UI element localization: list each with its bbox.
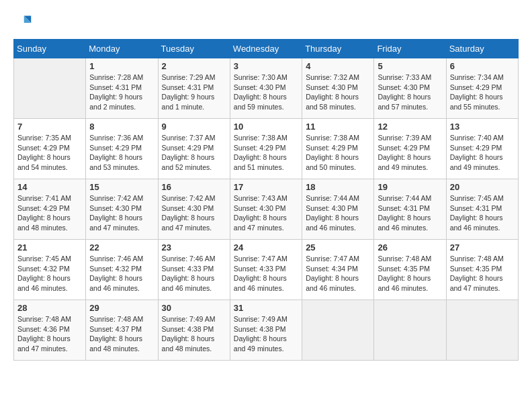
day-number: 19: [378, 182, 442, 192]
day-number: 22: [89, 242, 154, 253]
day-sun-info: Sunrise: 7:49 AMSunset: 4:38 PMDaylight:…: [162, 314, 226, 354]
day-number: 14: [17, 182, 82, 192]
calendar-cell: 13Sunrise: 7:40 AMSunset: 4:29 PMDayligh…: [446, 119, 518, 179]
day-of-week-header: Friday: [374, 40, 446, 58]
day-number: 21: [17, 242, 82, 253]
page-header: [13, 13, 519, 32]
day-sun-info: Sunrise: 7:41 AMSunset: 4:29 PMDaylight:…: [17, 193, 82, 233]
day-sun-info: Sunrise: 7:45 AMSunset: 4:32 PMDaylight:…: [17, 254, 82, 293]
calendar-cell: 31Sunrise: 7:49 AMSunset: 4:38 PMDayligh…: [230, 300, 302, 361]
calendar-cell: [14, 58, 86, 119]
calendar-cell: [446, 300, 518, 361]
day-sun-info: Sunrise: 7:36 AMSunset: 4:29 PMDaylight:…: [89, 133, 154, 173]
day-sun-info: Sunrise: 7:28 AMSunset: 4:31 PMDaylight:…: [89, 73, 154, 112]
day-of-week-header: Tuesday: [158, 40, 230, 58]
logo: [13, 13, 35, 32]
day-sun-info: Sunrise: 7:37 AMSunset: 4:29 PMDaylight:…: [162, 133, 226, 173]
calendar-cell: 4Sunrise: 7:32 AMSunset: 4:30 PMDaylight…: [302, 58, 374, 119]
calendar-cell: [374, 300, 446, 361]
day-number: 25: [306, 242, 370, 253]
day-number: 12: [378, 122, 442, 132]
day-of-week-header: Saturday: [446, 40, 518, 58]
day-number: 15: [89, 182, 154, 192]
day-sun-info: Sunrise: 7:33 AMSunset: 4:30 PMDaylight:…: [378, 73, 442, 112]
day-number: 29: [89, 303, 154, 313]
day-number: 28: [17, 303, 82, 313]
calendar-cell: 18Sunrise: 7:44 AMSunset: 4:30 PMDayligh…: [302, 179, 374, 240]
calendar-cell: 15Sunrise: 7:42 AMSunset: 4:30 PMDayligh…: [86, 179, 158, 240]
day-number: 20: [450, 182, 515, 192]
calendar-week-row: 21Sunrise: 7:45 AMSunset: 4:32 PMDayligh…: [14, 240, 519, 300]
day-of-week-header: Wednesday: [230, 40, 302, 58]
day-number: 18: [306, 182, 370, 192]
calendar-cell: 12Sunrise: 7:39 AMSunset: 4:29 PMDayligh…: [374, 119, 446, 179]
calendar-cell: 6Sunrise: 7:34 AMSunset: 4:29 PMDaylight…: [446, 58, 518, 119]
calendar-table: SundayMondayTuesdayWednesdayThursdayFrid…: [13, 39, 519, 361]
calendar-week-row: 7Sunrise: 7:35 AMSunset: 4:29 PMDaylight…: [14, 119, 519, 179]
day-number: 9: [162, 122, 226, 132]
day-sun-info: Sunrise: 7:48 AMSunset: 4:35 PMDaylight:…: [378, 254, 442, 293]
calendar-week-row: 1Sunrise: 7:28 AMSunset: 4:31 PMDaylight…: [14, 58, 519, 119]
day-number: 30: [162, 303, 226, 313]
day-sun-info: Sunrise: 7:46 AMSunset: 4:33 PMDaylight:…: [162, 254, 226, 293]
day-number: 11: [306, 122, 370, 132]
day-number: 2: [162, 61, 226, 71]
day-sun-info: Sunrise: 7:44 AMSunset: 4:31 PMDaylight:…: [378, 193, 442, 233]
day-sun-info: Sunrise: 7:49 AMSunset: 4:38 PMDaylight:…: [234, 314, 298, 354]
calendar-cell: 28Sunrise: 7:48 AMSunset: 4:36 PMDayligh…: [14, 300, 86, 361]
calendar-cell: 1Sunrise: 7:28 AMSunset: 4:31 PMDaylight…: [86, 58, 158, 119]
day-sun-info: Sunrise: 7:47 AMSunset: 4:33 PMDaylight:…: [234, 254, 298, 293]
logo-icon: [13, 13, 32, 32]
day-number: 27: [450, 242, 515, 253]
day-sun-info: Sunrise: 7:48 AMSunset: 4:37 PMDaylight:…: [89, 314, 154, 354]
calendar-cell: 30Sunrise: 7:49 AMSunset: 4:38 PMDayligh…: [158, 300, 230, 361]
calendar-cell: 22Sunrise: 7:46 AMSunset: 4:32 PMDayligh…: [86, 240, 158, 300]
calendar-cell: 26Sunrise: 7:48 AMSunset: 4:35 PMDayligh…: [374, 240, 446, 300]
day-number: 31: [234, 303, 298, 313]
day-number: 16: [162, 182, 226, 192]
calendar-cell: 7Sunrise: 7:35 AMSunset: 4:29 PMDaylight…: [14, 119, 86, 179]
calendar-week-row: 28Sunrise: 7:48 AMSunset: 4:36 PMDayligh…: [14, 300, 519, 361]
day-sun-info: Sunrise: 7:38 AMSunset: 4:29 PMDaylight:…: [306, 133, 370, 173]
calendar-cell: 21Sunrise: 7:45 AMSunset: 4:32 PMDayligh…: [14, 240, 86, 300]
day-sun-info: Sunrise: 7:42 AMSunset: 4:30 PMDaylight:…: [89, 193, 154, 233]
day-number: 10: [234, 122, 298, 132]
day-number: 23: [162, 242, 226, 253]
day-number: 1: [89, 61, 154, 71]
day-number: 3: [234, 61, 298, 71]
calendar-cell: 5Sunrise: 7:33 AMSunset: 4:30 PMDaylight…: [374, 58, 446, 119]
day-number: 8: [89, 122, 154, 132]
day-number: 24: [234, 242, 298, 253]
calendar-cell: 16Sunrise: 7:42 AMSunset: 4:30 PMDayligh…: [158, 179, 230, 240]
calendar-cell: 24Sunrise: 7:47 AMSunset: 4:33 PMDayligh…: [230, 240, 302, 300]
calendar-cell: 25Sunrise: 7:47 AMSunset: 4:34 PMDayligh…: [302, 240, 374, 300]
day-sun-info: Sunrise: 7:43 AMSunset: 4:30 PMDaylight:…: [234, 193, 298, 233]
day-of-week-header: Monday: [86, 40, 158, 58]
calendar-cell: 9Sunrise: 7:37 AMSunset: 4:29 PMDaylight…: [158, 119, 230, 179]
calendar-cell: 10Sunrise: 7:38 AMSunset: 4:29 PMDayligh…: [230, 119, 302, 179]
day-sun-info: Sunrise: 7:42 AMSunset: 4:30 PMDaylight:…: [162, 193, 226, 233]
day-sun-info: Sunrise: 7:35 AMSunset: 4:29 PMDaylight:…: [17, 133, 82, 173]
calendar-cell: 29Sunrise: 7:48 AMSunset: 4:37 PMDayligh…: [86, 300, 158, 361]
calendar-cell: 8Sunrise: 7:36 AMSunset: 4:29 PMDaylight…: [86, 119, 158, 179]
day-of-week-header: Thursday: [302, 40, 374, 58]
day-of-week-header: Sunday: [14, 40, 86, 58]
day-number: 17: [234, 182, 298, 192]
day-sun-info: Sunrise: 7:48 AMSunset: 4:35 PMDaylight:…: [450, 254, 515, 293]
day-number: 7: [17, 122, 82, 132]
calendar-cell: 14Sunrise: 7:41 AMSunset: 4:29 PMDayligh…: [14, 179, 86, 240]
day-sun-info: Sunrise: 7:47 AMSunset: 4:34 PMDaylight:…: [306, 254, 370, 293]
day-sun-info: Sunrise: 7:34 AMSunset: 4:29 PMDaylight:…: [450, 73, 515, 112]
day-sun-info: Sunrise: 7:38 AMSunset: 4:29 PMDaylight:…: [234, 133, 298, 173]
calendar-cell: 3Sunrise: 7:30 AMSunset: 4:30 PMDaylight…: [230, 58, 302, 119]
calendar-cell: 23Sunrise: 7:46 AMSunset: 4:33 PMDayligh…: [158, 240, 230, 300]
calendar-cell: [302, 300, 374, 361]
calendar-cell: 11Sunrise: 7:38 AMSunset: 4:29 PMDayligh…: [302, 119, 374, 179]
day-number: 4: [306, 61, 370, 71]
day-number: 13: [450, 122, 515, 132]
calendar-week-row: 14Sunrise: 7:41 AMSunset: 4:29 PMDayligh…: [14, 179, 519, 240]
calendar-header-row: SundayMondayTuesdayWednesdayThursdayFrid…: [14, 40, 519, 58]
day-number: 6: [450, 61, 515, 71]
day-sun-info: Sunrise: 7:40 AMSunset: 4:29 PMDaylight:…: [450, 133, 515, 173]
calendar-cell: 2Sunrise: 7:29 AMSunset: 4:31 PMDaylight…: [158, 58, 230, 119]
